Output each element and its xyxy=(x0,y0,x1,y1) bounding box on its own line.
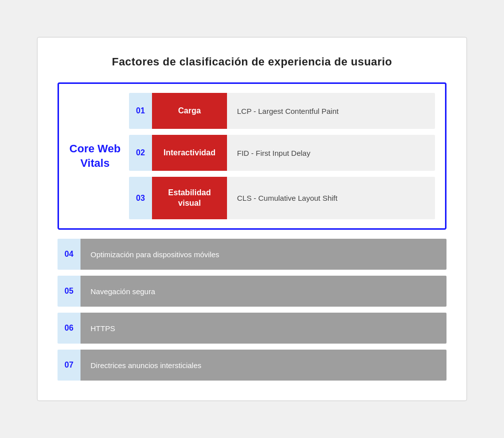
other-row-number-06: 06 xyxy=(58,313,80,344)
core-web-row-2: 02 Interactividad FID - First Input Dela… xyxy=(129,135,435,171)
row-desc-lcp: LCP - Largest Contentful Paint xyxy=(227,93,435,129)
other-row-label-05: Navegación segura xyxy=(80,276,446,307)
other-row-07: 07 Directrices anuncios intersticiales xyxy=(58,350,446,381)
row-desc-cls: CLS - Cumulative Layout Shift xyxy=(227,177,435,219)
other-row-04: 04 Optimización para dispositivos móvile… xyxy=(58,239,446,270)
other-row-06: 06 HTTPS xyxy=(58,313,446,344)
row-number-02: 02 xyxy=(129,135,152,171)
page-title: Factores de clasificación de experiencia… xyxy=(58,55,446,68)
other-row-number-07: 07 xyxy=(58,350,80,381)
other-row-number-04: 04 xyxy=(58,239,80,270)
other-row-label-06: HTTPS xyxy=(80,313,446,344)
core-web-row-1: 01 Carga LCP - Largest Contentful Paint xyxy=(129,93,435,129)
row-label-carga: Carga xyxy=(152,93,227,129)
core-web-label: Core Web Vitals xyxy=(69,93,129,219)
other-row-number-05: 05 xyxy=(58,276,80,307)
main-card: Factores de clasificación de experiencia… xyxy=(37,37,467,401)
core-web-vitals-box: Core Web Vitals 01 Carga LCP - Largest C… xyxy=(58,82,446,230)
row-desc-fid: FID - First Input Delay xyxy=(227,135,435,171)
other-row-label-04: Optimización para dispositivos móviles xyxy=(80,239,446,270)
row-number-03: 03 xyxy=(129,177,152,219)
core-web-rows: 01 Carga LCP - Largest Contentful Paint … xyxy=(129,93,435,219)
other-rows-container: 04 Optimización para dispositivos móvile… xyxy=(58,239,446,381)
row-label-estabilidad: Estabilidad visual xyxy=(152,177,227,219)
other-row-05: 05 Navegación segura xyxy=(58,276,446,307)
other-row-label-07: Directrices anuncios intersticiales xyxy=(80,350,446,381)
core-web-row-3: 03 Estabilidad visual CLS - Cumulative L… xyxy=(129,177,435,219)
core-web-label-text: Core Web Vitals xyxy=(70,142,120,170)
row-label-interactividad: Interactividad xyxy=(152,135,227,171)
row-number-01: 01 xyxy=(129,93,152,129)
